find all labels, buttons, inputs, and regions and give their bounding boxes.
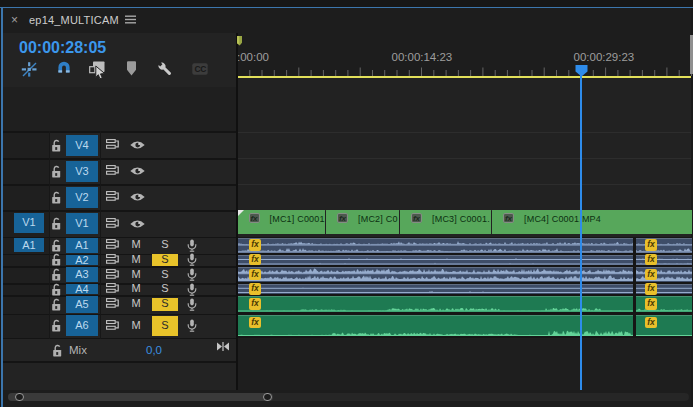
svg-text:CC: CC (195, 64, 207, 74)
